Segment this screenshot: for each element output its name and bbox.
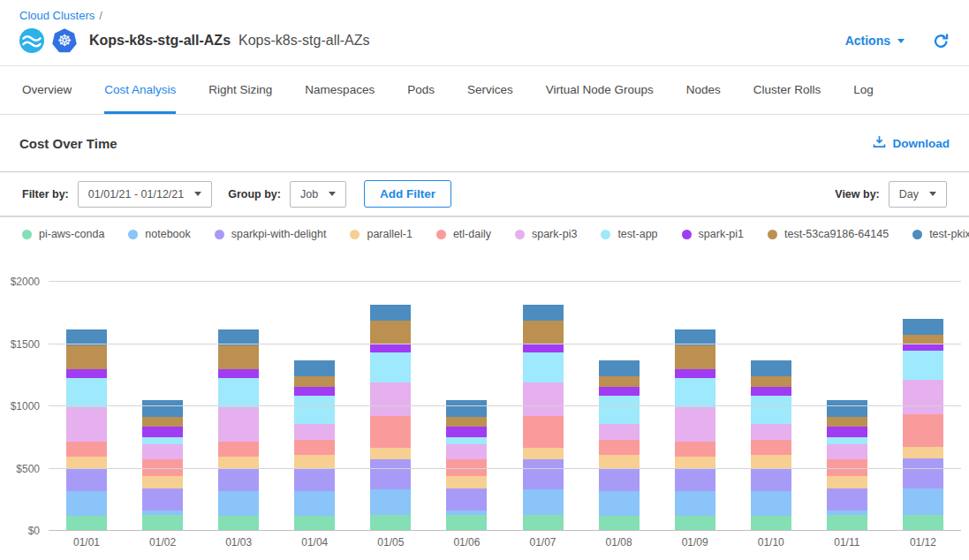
bar-segment-test-app[interactable] xyxy=(523,352,564,382)
bar-01/04[interactable] xyxy=(294,282,335,531)
bar-segment-test-pkix[interactable] xyxy=(751,360,791,376)
bar-segment-spark-pi3[interactable] xyxy=(446,444,487,459)
bar-segment-spark-pi3[interactable] xyxy=(66,407,107,441)
bar-segment-pi-aws-conda[interactable] xyxy=(523,515,564,531)
bar-segment-sparkpi-with-delight[interactable] xyxy=(599,468,640,491)
bar-segment-notebook[interactable] xyxy=(751,491,791,516)
bar-segment-sparkpi-with-delight[interactable] xyxy=(446,488,487,511)
bar-segment-pi-aws-conda[interactable] xyxy=(903,515,943,531)
bar-segment-test-app[interactable] xyxy=(827,437,867,444)
bar-segment-spark-pi1[interactable] xyxy=(599,387,640,397)
bar-segment-notebook[interactable] xyxy=(218,491,259,516)
bar-segment-test-pkix[interactable] xyxy=(446,400,487,417)
bar-segment-spark-pi1[interactable] xyxy=(142,427,183,436)
legend-item-test-53ca9186-64145[interactable]: test-53ca9186-64145 xyxy=(768,228,889,240)
bar-segment-parallel-1[interactable] xyxy=(599,455,640,468)
bar-segment-spark-pi3[interactable] xyxy=(827,444,867,459)
bar-segment-test-pkix[interactable] xyxy=(294,360,335,376)
bar-segment-etl-daily[interactable] xyxy=(294,440,335,455)
bar-segment-test-53ca9186-64145[interactable] xyxy=(751,376,791,386)
bar-segment-etl-daily[interactable] xyxy=(523,416,564,448)
bar-segment-spark-pi1[interactable] xyxy=(66,369,107,378)
legend-item-test-app[interactable]: test-app xyxy=(601,228,657,240)
bar-segment-test-53ca9186-64145[interactable] xyxy=(218,345,259,369)
legend-item-spark-pi1[interactable]: spark-pi1 xyxy=(682,228,744,240)
bar-segment-notebook[interactable] xyxy=(66,491,107,516)
bar-segment-etl-daily[interactable] xyxy=(675,442,715,458)
tab-log[interactable]: Log xyxy=(853,66,874,114)
legend-item-etl-daily[interactable]: etl-daily xyxy=(436,228,491,240)
bar-segment-sparkpi-with-delight[interactable] xyxy=(218,468,259,491)
bar-segment-sparkpi-with-delight[interactable] xyxy=(370,459,411,490)
legend-item-sparkpi-with-delight[interactable]: sparkpi-with-delight xyxy=(215,228,327,240)
bar-segment-parallel-1[interactable] xyxy=(827,476,867,488)
bar-segment-spark-pi1[interactable] xyxy=(446,427,487,436)
bar-segment-test-53ca9186-64145[interactable] xyxy=(370,321,411,344)
bar-segment-test-53ca9186-64145[interactable] xyxy=(599,376,640,386)
bar-segment-sparkpi-with-delight[interactable] xyxy=(294,468,335,491)
bar-segment-spark-pi3[interactable] xyxy=(903,380,943,414)
bar-segment-pi-aws-conda[interactable] xyxy=(218,516,259,531)
bar-segment-parallel-1[interactable] xyxy=(523,448,564,459)
bar-01/01[interactable] xyxy=(66,282,107,531)
bar-segment-test-pkix[interactable] xyxy=(599,360,640,376)
bar-segment-spark-pi3[interactable] xyxy=(218,407,259,441)
bar-segment-notebook[interactable] xyxy=(294,491,335,516)
bar-segment-test-53ca9186-64145[interactable] xyxy=(523,321,564,344)
bar-segment-pi-aws-conda[interactable] xyxy=(675,516,715,531)
bar-segment-etl-daily[interactable] xyxy=(218,442,259,458)
bar-01/02[interactable] xyxy=(142,282,183,531)
bar-segment-pi-aws-conda[interactable] xyxy=(827,515,867,531)
bar-segment-test-app[interactable] xyxy=(218,378,259,408)
bar-segment-spark-pi3[interactable] xyxy=(294,424,335,440)
bar-segment-spark-pi3[interactable] xyxy=(370,382,411,416)
bar-segment-parallel-1[interactable] xyxy=(446,476,487,488)
bar-segment-test-app[interactable] xyxy=(294,396,335,424)
bar-segment-parallel-1[interactable] xyxy=(218,457,259,468)
bar-segment-parallel-1[interactable] xyxy=(370,448,411,459)
bar-segment-notebook[interactable] xyxy=(675,491,715,516)
bar-segment-spark-pi1[interactable] xyxy=(218,369,259,378)
bar-segment-parallel-1[interactable] xyxy=(903,447,943,458)
bar-segment-test-app[interactable] xyxy=(675,378,715,408)
bar-01/03[interactable] xyxy=(218,282,259,531)
bar-segment-test-app[interactable] xyxy=(599,396,640,424)
legend-item-test-pkix[interactable]: test-pkix xyxy=(912,228,969,240)
bar-segment-test-53ca9186-64145[interactable] xyxy=(142,417,183,427)
tab-cluster-rolls[interactable]: Cluster Rolls xyxy=(753,66,821,114)
breadcrumb-link[interactable]: Cloud Clusters xyxy=(19,9,95,22)
bar-segment-spark-pi3[interactable] xyxy=(675,407,715,441)
bar-segment-notebook[interactable] xyxy=(599,491,640,516)
bar-segment-parallel-1[interactable] xyxy=(294,455,335,468)
legend-item-notebook[interactable]: notebook xyxy=(128,228,190,240)
bar-01/09[interactable] xyxy=(675,282,715,531)
bar-segment-sparkpi-with-delight[interactable] xyxy=(66,468,107,491)
tab-right-sizing[interactable]: Right Sizing xyxy=(208,66,272,114)
bar-segment-test-53ca9186-64145[interactable] xyxy=(446,417,487,427)
bar-segment-spark-pi1[interactable] xyxy=(903,344,943,351)
bar-segment-test-pkix[interactable] xyxy=(903,319,943,335)
bar-segment-parallel-1[interactable] xyxy=(66,457,107,468)
bar-segment-test-app[interactable] xyxy=(66,378,107,408)
bar-segment-parallel-1[interactable] xyxy=(142,476,183,488)
bar-segment-test-app[interactable] xyxy=(446,437,487,444)
tab-namespaces[interactable]: Namespaces xyxy=(305,66,375,114)
group-by-select[interactable]: Job xyxy=(290,181,346,208)
bar-segment-test-pkix[interactable] xyxy=(523,305,564,321)
bar-segment-test-53ca9186-64145[interactable] xyxy=(827,417,867,427)
bar-segment-test-app[interactable] xyxy=(903,351,943,379)
bar-segment-pi-aws-conda[interactable] xyxy=(446,515,487,531)
bar-segment-pi-aws-conda[interactable] xyxy=(599,516,640,531)
bar-segment-etl-daily[interactable] xyxy=(751,440,791,455)
bar-segment-spark-pi1[interactable] xyxy=(675,369,715,378)
bar-segment-sparkpi-with-delight[interactable] xyxy=(903,458,943,489)
bar-segment-spark-pi1[interactable] xyxy=(523,344,564,353)
bar-segment-spark-pi1[interactable] xyxy=(827,427,867,436)
bar-segment-sparkpi-with-delight[interactable] xyxy=(523,459,564,490)
bar-segment-notebook[interactable] xyxy=(370,489,411,514)
bar-01/07[interactable] xyxy=(523,282,564,531)
bar-segment-etl-daily[interactable] xyxy=(903,414,943,447)
tab-pods[interactable]: Pods xyxy=(407,66,435,114)
bar-segment-sparkpi-with-delight[interactable] xyxy=(675,468,715,491)
bar-01/08[interactable] xyxy=(599,282,640,531)
